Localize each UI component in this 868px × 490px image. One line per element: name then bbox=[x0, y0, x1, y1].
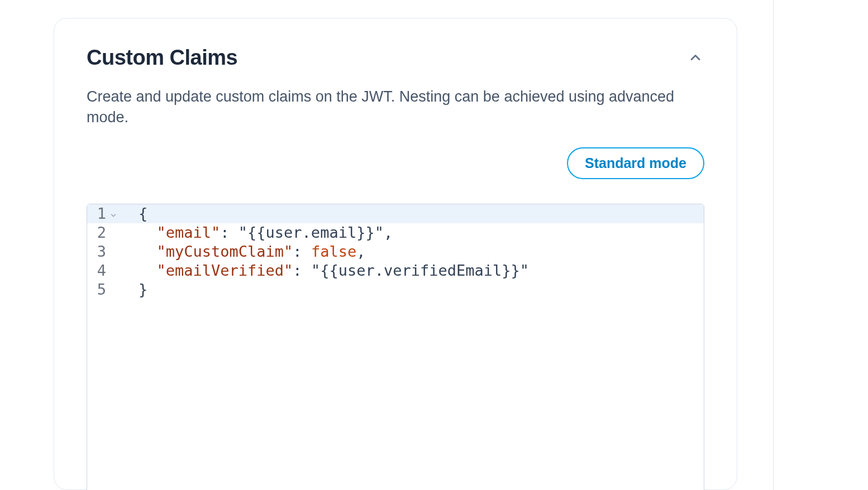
editor-code-area[interactable]: { "email": "{{user.email}}", "myCustomCl… bbox=[132, 204, 704, 490]
gutter-line: 3 bbox=[87, 242, 132, 261]
gutter-line: 4 bbox=[87, 261, 132, 280]
page-container: Custom Claims Create and update custom c… bbox=[0, 0, 774, 490]
line-number: 3 bbox=[96, 242, 106, 261]
card-description: Create and update custom claims on the J… bbox=[87, 87, 704, 129]
code-line[interactable]: { bbox=[132, 204, 704, 223]
fold-chevron-down-icon[interactable] bbox=[109, 211, 117, 221]
custom-claims-card: Custom Claims Create and update custom c… bbox=[54, 18, 737, 490]
code-token: "email" bbox=[157, 223, 221, 242]
code-token bbox=[139, 223, 157, 242]
gutter-line: 1 bbox=[87, 204, 132, 223]
code-token: "emailVerified" bbox=[157, 261, 293, 280]
code-token: } bbox=[139, 280, 147, 299]
line-number: 5 bbox=[96, 280, 106, 299]
line-number: 4 bbox=[96, 261, 106, 280]
code-line[interactable]: "emailVerified": "{{user.verifiedEmail}}… bbox=[132, 261, 704, 280]
code-token bbox=[139, 242, 157, 261]
code-token: : bbox=[293, 261, 311, 280]
editor-gutter: 12345 bbox=[87, 204, 132, 490]
card-header: Custom Claims bbox=[87, 45, 704, 71]
code-token: "{{user.verifiedEmail}}" bbox=[311, 261, 529, 280]
code-line[interactable]: "myCustomClaim": false, bbox=[132, 242, 704, 261]
card-title: Custom Claims bbox=[87, 45, 237, 71]
code-line[interactable]: "email": "{{user.email}}", bbox=[132, 223, 704, 242]
mode-row: Standard mode bbox=[87, 147, 704, 179]
standard-mode-button[interactable]: Standard mode bbox=[567, 147, 704, 179]
code-token bbox=[139, 261, 157, 280]
code-token: "{{user.email}}" bbox=[239, 223, 384, 242]
code-token: : bbox=[293, 242, 311, 261]
line-number: 1 bbox=[96, 204, 106, 223]
code-token: , bbox=[356, 242, 365, 261]
gutter-line: 5 bbox=[87, 280, 132, 299]
code-token: false bbox=[311, 242, 356, 261]
code-token: "myCustomClaim" bbox=[157, 242, 293, 261]
gutter-line: 2 bbox=[87, 223, 132, 242]
code-token: , bbox=[384, 223, 393, 242]
chevron-up-icon[interactable] bbox=[686, 49, 704, 66]
code-line[interactable]: } bbox=[132, 280, 704, 299]
code-editor[interactable]: 12345 { "email": "{{user.email}}", "myCu… bbox=[87, 204, 704, 490]
line-number: 2 bbox=[96, 223, 106, 242]
code-token: : bbox=[220, 223, 239, 242]
code-token: { bbox=[139, 204, 147, 223]
